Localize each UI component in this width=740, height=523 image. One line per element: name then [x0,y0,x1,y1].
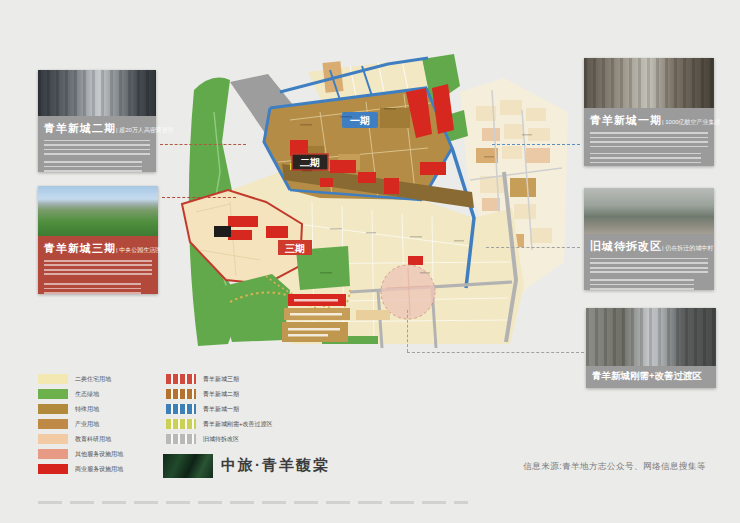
legend-swatch [166,419,196,429]
panel-phase3-subtitle: | 中央公园生活区 [116,246,161,255]
panel-phase3-body [38,258,158,307]
legend-label: 青羊新城一期 [203,405,239,414]
legend-item-oldtown-boundary: 旧城待拆改区 [166,434,239,444]
panel-phase1-subtitle: | 1000亿航空产业集群 [662,118,721,127]
legend-swatch [166,404,196,414]
leader-line-phase3 [162,197,236,198]
phase1-label: 一期 [350,115,370,126]
legend-swatch [38,434,68,444]
legend-swatch [38,419,68,429]
legend-label: 产业用地 [75,420,99,429]
legend-swatch [38,404,68,414]
panel-oldtown-body [584,256,714,302]
legend-label: 二类住宅用地 [75,375,111,384]
infographic-poster: 一期 二期 三期 青羊新城二期 | 超20万人高密聚居区 [0,0,740,523]
source-note: 信息来源:青羊地方志公众号、网络信息搜集等 [523,461,706,473]
legend-label: 其他服务设施用地 [75,450,123,459]
legend-swatch [166,389,196,399]
paragraph-placeholder [590,279,694,291]
legend-swatch [166,434,196,444]
paragraph-placeholder [590,258,708,274]
legend-item-education: 教育科研用地 [38,434,111,444]
legend-item-other-service: 其他服务设施用地 [38,449,123,459]
panel-oldtown: 旧城待拆改区 | 仍在拆迁的城中村 [584,188,714,290]
legend-swatch [166,374,196,384]
phase3-label: 三期 [285,243,305,254]
paragraph-placeholder [590,132,708,148]
paragraph-placeholder [44,260,152,278]
legend-item-special: 特殊用地 [38,404,99,414]
panel-phase1-title: 青羊新城一期 [590,113,662,128]
legend-item-phase2-boundary: 青羊新城二期 [166,389,239,399]
legend-item-phase1-boundary: 青羊新城一期 [166,404,239,414]
legend-label: 教育科研用地 [75,435,111,444]
phase2-photo [38,70,156,116]
brand-thumbnail [163,454,213,478]
legend-label: 青羊新城三期 [203,375,239,384]
legend-label: 青羊新城二期 [203,390,239,399]
panel-phase3-title: 青羊新城三期 [44,241,116,256]
leader-line-transition-h [407,352,584,353]
legend-label: 特殊用地 [75,405,99,414]
panel-transition: 青羊新城刚需+改善过渡区 [586,308,716,388]
panel-transition-title: 青羊新城刚需+改善过渡区 [592,370,702,383]
legend-label: 商业服务设施用地 [75,465,123,474]
legend-item-residential: 二类住宅用地 [38,374,111,384]
master-plan-map: 一期 二期 三期 [170,50,570,368]
leader-line-oldtown [486,247,580,248]
legend-label: 旧城待拆改区 [203,435,239,444]
legend-item-eco-green: 生态绿地 [38,389,99,399]
leader-line-phase1 [492,144,580,145]
disclaimer-micro-text [38,501,468,504]
panel-phase2-subtitle: | 超20万人高密聚居区 [116,126,174,135]
panel-oldtown-subtitle: | 仍在拆迁的城中村 [662,244,713,253]
paragraph-placeholder [44,161,142,172]
legend-swatch [38,449,68,459]
legend-item-transition-boundary: 青羊新城刚需+改善过渡区 [166,419,273,429]
brand-logo-text: 中旅·青羊馥棠 [221,456,330,475]
legend-swatch [38,389,68,399]
panel-oldtown-title: 旧城待拆改区 [590,239,662,254]
phase3-photo [38,186,158,236]
transition-photo [586,308,716,366]
phase2-label: 二期 [300,157,320,168]
legend-item-industry: 产业用地 [38,419,99,429]
legend-label: 生态绿地 [75,390,99,399]
leader-line-transition-v [407,310,408,352]
legend-item-phase3-boundary: 青羊新城三期 [166,374,239,384]
legend-swatch [38,464,68,474]
panel-phase3: 青羊新城三期 | 中央公园生活区 [38,186,158,294]
oldtown-photo [584,188,714,234]
panel-phase2-title: 青羊新城二期 [44,121,116,136]
legend-item-commercial: 商业服务设施用地 [38,464,123,474]
paragraph-placeholder [590,153,701,166]
panel-phase2: 青羊新城二期 | 超20万人高密聚居区 [38,70,156,172]
legend-label: 青羊新城刚需+改善过渡区 [203,420,273,429]
panel-phase2-body [38,138,156,183]
leader-line-phase2 [160,144,246,145]
panel-phase1-body [584,130,714,177]
legend-swatch [38,374,68,384]
panel-phase1: 青羊新城一期 | 1000亿航空产业集群 [584,58,714,166]
phase1-photo [584,58,714,108]
paragraph-placeholder [44,140,150,156]
paragraph-placeholder [44,283,141,296]
